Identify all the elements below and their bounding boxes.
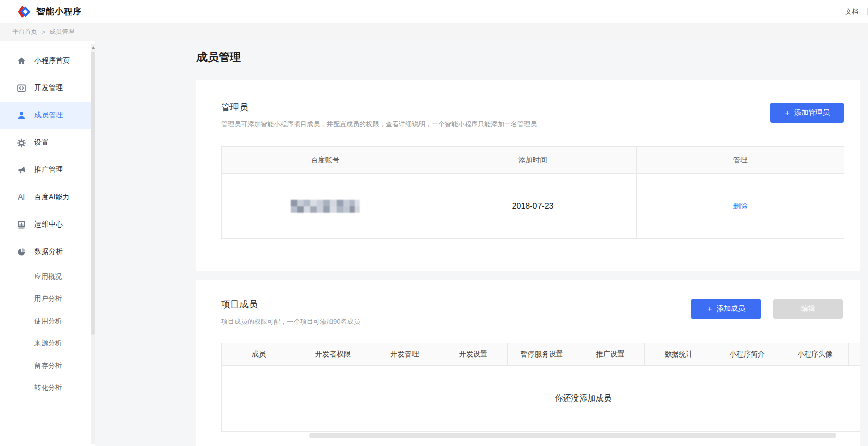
sidebar-subitem-usage-analysis[interactable]: 使用分析	[0, 310, 95, 332]
sidebar-subitem-source-analysis[interactable]: 来源分析	[0, 332, 95, 354]
column-header: 百度账号	[222, 147, 429, 174]
scroll-up-icon[interactable]	[92, 46, 95, 49]
column-header: 管理	[637, 147, 844, 174]
sidebar-item-label: 设置	[34, 138, 49, 147]
member-icon	[16, 110, 26, 120]
breadcrumb-current: 成员管理	[49, 28, 74, 36]
admin-section-description: 管理员可添加智能小程序项目成员，并配置成员的权限，查看详细说明，一个智能小程序只…	[221, 120, 537, 129]
ai-icon: AI	[16, 192, 26, 202]
column-header: 小程序简介	[713, 343, 781, 366]
sidebar: 小程序首页 开发管理 成员管理	[0, 41, 95, 446]
manage-cell: 删除	[637, 174, 844, 239]
column-header: 成员	[222, 343, 296, 366]
column-header: 小程序头像	[781, 343, 849, 366]
logo-icon	[17, 5, 32, 18]
delete-link[interactable]: 删除	[733, 202, 748, 210]
admin-table-header-row: 百度账号 添加时间 管理	[222, 147, 844, 174]
sidebar-item-label: 运维中心	[34, 220, 63, 229]
plus-icon: +	[707, 305, 712, 314]
breadcrumb: 平台首页 > 成员管理	[0, 23, 868, 41]
column-header: 开发设置	[439, 343, 508, 366]
sidebar-item-promotion[interactable]: 推广管理	[0, 156, 95, 184]
members-card: 项目成员 项目成员的权限可配，一个项目可添加90名成员 + 添加成员 编辑	[196, 280, 860, 446]
sidebar-item-settings[interactable]: 设置	[0, 129, 95, 156]
sidebar-nav: 小程序首页 开发管理 成员管理	[0, 41, 95, 399]
logo[interactable]: 智能小程序	[17, 5, 82, 18]
sidebar-scrollbar[interactable]	[91, 44, 95, 444]
sidebar-item-label: 开发管理	[34, 83, 63, 93]
members-table: 成员 开发者权限 开发管理 开发设置 暂停服务设置 推广设置 数据统计 小程序简…	[221, 343, 860, 432]
blurred-account-mosaic	[291, 200, 360, 213]
added-date-cell: 2018-07-23	[429, 174, 637, 239]
logo-text: 智能小程序	[36, 6, 82, 17]
add-member-button[interactable]: + 添加成员	[691, 299, 761, 319]
header-right: 文档	[845, 0, 868, 23]
sidebar-subitem-app-overview[interactable]: 应用概况	[0, 265, 95, 288]
top-header: 智能小程序 文档	[0, 0, 868, 23]
sidebar-item-home[interactable]: 小程序首页	[0, 47, 95, 74]
admin-table: 百度账号 添加时间 管理	[221, 146, 844, 239]
column-header: 暂停服务设置	[508, 343, 576, 366]
sidebar-subitem-user-analysis[interactable]: 用户分析	[0, 288, 95, 310]
column-header: 推广设置	[576, 343, 645, 366]
sidebar-subitem-retention-analysis[interactable]: 留存分析	[0, 354, 95, 377]
sidebar-item-label: 百度AI能力	[34, 193, 69, 202]
column-header: 开发管理	[370, 343, 439, 366]
empty-state-text: 你还没添加成员	[222, 366, 861, 432]
horizontal-scrollbar-thumb[interactable]	[309, 433, 836, 438]
gear-icon	[16, 138, 26, 148]
sidebar-scrollbar-thumb[interactable]	[91, 52, 95, 335]
sidebar-item-label: 小程序首页	[34, 56, 70, 65]
column-header: 开发者权限	[296, 343, 370, 366]
home-icon	[16, 56, 26, 66]
page-title: 成员管理	[196, 50, 860, 65]
main-content: 成员管理 管理员 管理员可添加智能小程序项目成员，并配置成员的权限，查看详细说明…	[95, 41, 868, 446]
sidebar-item-dev[interactable]: 开发管理	[0, 74, 95, 102]
add-admin-button[interactable]: + 添加管理员	[770, 103, 844, 123]
admin-card-header: 管理员 管理员可添加智能小程序项目成员，并配置成员的权限，查看详细说明，一个智能…	[196, 80, 860, 129]
column-header: 添加时间	[429, 147, 637, 174]
members-card-header: 项目成员 项目成员的权限可配，一个项目可添加90名成员 + 添加成员 编辑	[196, 280, 860, 326]
sidebar-subitem-conversion-analysis[interactable]: 转化分析	[0, 377, 95, 399]
docs-link[interactable]: 文档	[845, 7, 858, 16]
sidebar-item-label: 数据分析	[34, 247, 63, 256]
members-buttons: + 添加成员 编辑	[691, 299, 843, 319]
ops-chart-icon	[16, 219, 26, 230]
members-empty-row: 你还没添加成员	[222, 366, 861, 432]
sidebar-item-data-analysis[interactable]: 数据分析	[0, 238, 95, 265]
account-cell	[222, 174, 429, 239]
sidebar-item-baidu-ai[interactable]: AI 百度AI能力	[0, 184, 95, 211]
members-section-title: 项目成员	[221, 298, 360, 310]
admin-section-title: 管理员	[221, 101, 537, 113]
sidebar-item-label: 成员管理	[34, 111, 63, 120]
code-icon	[16, 83, 26, 93]
members-table-header-row: 成员 开发者权限 开发管理 开发设置 暂停服务设置 推广设置 数据统计 小程序简…	[222, 343, 861, 366]
sidebar-item-ops-center[interactable]: 运维中心	[0, 211, 95, 238]
sidebar-item-label: 推广管理	[34, 165, 63, 174]
edit-button[interactable]: 编辑	[773, 299, 843, 319]
plus-icon: +	[784, 109, 790, 117]
sidebar-item-members[interactable]: 成员管理	[0, 102, 95, 129]
members-table-wrap: 成员 开发者权限 开发管理 开发设置 暂停服务设置 推广设置 数据统计 小程序简…	[221, 343, 860, 432]
members-section-description: 项目成员的权限可配，一个项目可添加90名成员	[221, 317, 360, 326]
column-header-stub	[849, 343, 861, 366]
breadcrumb-separator: >	[42, 29, 45, 36]
column-header: 数据统计	[645, 343, 713, 366]
pie-chart-icon	[16, 247, 26, 257]
megaphone-icon	[16, 165, 26, 175]
admin-table-row: 2018-07-23 删除	[222, 174, 844, 239]
admin-card: 管理员 管理员可添加智能小程序项目成员，并配置成员的权限，查看详细说明，一个智能…	[196, 80, 860, 271]
breadcrumb-platform-home[interactable]: 平台首页	[12, 28, 37, 36]
